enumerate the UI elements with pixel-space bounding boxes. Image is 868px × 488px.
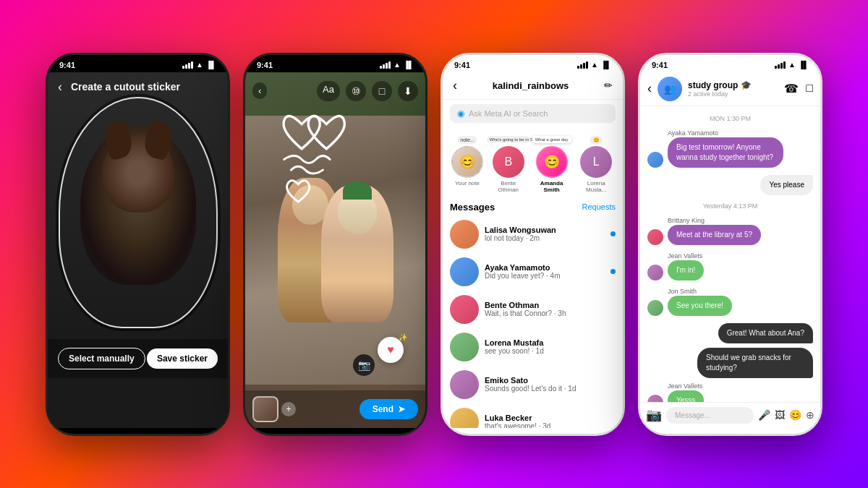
ayaka-avatar [450, 257, 479, 286]
wifi-icon-4: ▲ [788, 61, 796, 69]
your-note-item[interactable]: 😊 note... Your note [450, 132, 485, 193]
chat-header-actions: ☎ □ [784, 82, 813, 95]
story-back-button[interactable]: ‹ [252, 82, 267, 99]
sent-yes-please-row: Yes please [647, 175, 813, 195]
brittany-bubble: Meet at the library at 5? [668, 225, 761, 245]
battery-icon-4: ▐▌ [799, 61, 809, 69]
send-button[interactable]: Send ➤ [359, 399, 418, 419]
phone-call-button[interactable]: ☎ [784, 82, 799, 95]
back-button-1[interactable]: ‹ [58, 80, 62, 95]
status-bar-2: 9:41 ▲ ▐▌ [245, 55, 425, 72]
group-avatar: 👥 [658, 77, 682, 101]
group-chat-header: ‹ 👥 study group 🎓 2 active today ☎ □ [640, 72, 820, 106]
msg-item-lorena[interactable]: Lorena Mustafa see you soon! · 1d [443, 328, 623, 366]
bente-note-bubble: Who's going to be in SF? [487, 136, 530, 143]
dm-back-button[interactable]: ‹ [453, 78, 457, 93]
lorena-name: Lorena Mustafa [485, 338, 616, 347]
group-name: study group 🎓 [688, 80, 778, 90]
brittany-msg-row: Meet at the library at 5? [647, 225, 813, 245]
sent-snacks-bubble: Should we grab snacks for studying? [697, 348, 813, 378]
dm-edit-button[interactable]: ✏ [604, 80, 613, 91]
lorena-note-avatar: L [580, 146, 612, 178]
luka-info: Luka Becker that's awesome! · 3d [485, 414, 616, 428]
jean-sender-label-2: Jean Vallets [668, 382, 813, 390]
requests-label[interactable]: Requests [582, 202, 616, 211]
camera-button[interactable]: 📷 [646, 407, 662, 423]
time-4: 9:41 [652, 61, 668, 69]
dm-username: kalindi_rainbows [493, 80, 569, 91]
meta-ai-icon: ◉ [457, 108, 464, 119]
amanda-note-label: Amanda Smith [532, 180, 571, 193]
your-note-bubble: note... [457, 136, 477, 144]
msg-item-lalisa[interactable]: Lalisa Wongsuwan lol not today · 2m [443, 215, 623, 253]
lorena-info: Lorena Mustafa see you soon! · 1d [485, 338, 616, 355]
save-sticker-button[interactable]: Save sticker [147, 348, 218, 369]
story-toolbar-icons: Aa ⑩ □ ⬇ [317, 81, 418, 101]
emiko-name: Emiko Sato [485, 376, 616, 385]
like-reaction-bubble[interactable]: ♥ ✨ [378, 337, 404, 363]
jon-msg-group: Jon Smith See you there! [647, 288, 813, 316]
note-item-lorena[interactable]: L 😊 Lorena Musta... [577, 132, 616, 193]
ayaka-msg-row: Big test tomorrow! Anyone wanna study to… [647, 137, 813, 168]
wifi-icon-2: ▲ [393, 61, 401, 69]
wifi-icon-3: ▲ [591, 61, 598, 69]
send-arrow-icon: ➤ [398, 404, 405, 414]
jean-bubble-2: Yesss [668, 390, 704, 402]
jean-bubble-1: I'm in! [668, 260, 704, 281]
camera-icon-story[interactable]: 📷 [353, 354, 375, 376]
your-note-label: Your note [455, 180, 480, 187]
chat-input-bar: 📷 Message... 🎤 🖼 😊 ⊕ [640, 402, 820, 428]
msg-item-luka[interactable]: Luka Becker that's awesome! · 3d [443, 403, 623, 428]
note-item-bente[interactable]: B Who's going to be in SF? Bente Othman [490, 132, 527, 193]
layout-tool-button[interactable]: □ [372, 81, 392, 101]
lorena-note-label: Lorena Musta... [577, 180, 616, 193]
lalisa-info: Lalisa Wongsuwan lol not today · 2m [485, 226, 605, 242]
msg-item-bente[interactable]: Bente Othman Wait, is that Connor? · 3h [443, 291, 623, 328]
add-button[interactable]: ⊕ [806, 409, 814, 421]
send-label: Send [373, 404, 393, 414]
bente-avatar [450, 295, 479, 324]
bente-preview: Wait, is that Connor? · 3h [485, 309, 616, 317]
download-tool-button[interactable]: ⬇ [398, 81, 418, 101]
cutout-header: ‹ Create a cutout sticker [48, 72, 228, 102]
your-note-avatar: 😊 [451, 146, 483, 178]
story-thumbnail[interactable] [252, 396, 278, 422]
amanda-note-bubble: What a great day [532, 136, 571, 143]
brittany-msg-group: Brittany King Meet at the library at 5? [647, 217, 813, 245]
photo-button[interactable]: 🖼 [775, 409, 785, 421]
note-item-amanda[interactable]: 😊 What a great day Amanda Smith [532, 132, 571, 193]
jean-msg-row-2: Yesss [647, 390, 813, 402]
time-3: 9:41 [454, 61, 470, 69]
msg-item-ayaka[interactable]: Ayaka Yamamoto Did you leave yet? · 4m [443, 253, 623, 291]
dm-header: ‹ kalindi_rainbows ✏ [443, 72, 623, 100]
jean-msg-group-2: Jean Vallets Yesss [647, 382, 813, 402]
dm-search-bar[interactable]: ◉ Ask Meta AI or Search [450, 104, 616, 123]
sent-ana-row: Great! What about Ana? [647, 323, 813, 343]
signal-icon-2 [380, 61, 391, 69]
messages-list: Lalisa Wongsuwan lol not today · 2m Ayak… [443, 215, 623, 428]
brittany-sender-label: Brittany King [668, 217, 813, 224]
ayaka-bubble: Big test tomorrow! Anyone wanna study to… [668, 137, 783, 168]
text-tool-button[interactable]: Aa [317, 81, 340, 101]
status-icons-1: ▲ ▐▌ [182, 61, 216, 69]
mic-button[interactable]: 🎤 [758, 409, 770, 421]
select-manually-button[interactable]: Select manually [58, 348, 145, 369]
phone-4-group-chat: 9:41 ▲ ▐▌ ‹ 👥 study group 🎓 2 active tod… [638, 53, 822, 436]
time-label-yesterday: Yesterday 4:13 PM [647, 202, 813, 210]
emoji-button[interactable]: 😊 [789, 409, 801, 421]
jean-msg-row-1: I'm in! [647, 260, 813, 281]
chat-back-button[interactable]: ‹ [647, 81, 652, 96]
wifi-icon-1: ▲ [196, 61, 203, 69]
amanda-note-avatar: 😊 [536, 146, 568, 178]
msg-item-emiko[interactable]: Emiko Sato Sounds good! Let's do it · 1d [443, 366, 623, 403]
video-call-button[interactable]: □ [806, 82, 813, 95]
message-input[interactable]: Message... [666, 407, 754, 424]
sticker-tool-button[interactable]: ⑩ [346, 81, 366, 101]
story-bottom-bar: + Send ➤ [245, 390, 425, 428]
messages-header: Messages Requests [443, 197, 623, 215]
bente-note-label: Bente Othman [490, 180, 527, 193]
cutout-content: ‹ Create a cutout sticker Select manuall… [48, 72, 228, 428]
emiko-info: Emiko Sato Sounds good! Let's do it · 1d [485, 376, 616, 393]
add-to-story-icon[interactable]: + [281, 402, 296, 416]
story-toolbar: ‹ Aa ⑩ □ ⬇ [245, 78, 425, 104]
